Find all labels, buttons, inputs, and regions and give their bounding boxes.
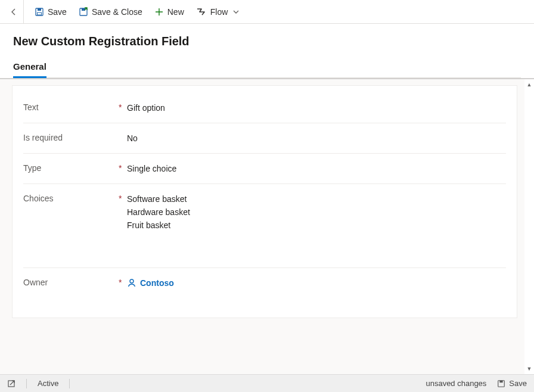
popout-button[interactable]	[7, 379, 15, 388]
field-choices[interactable]: Choices * Software basket Hardware baske…	[23, 184, 506, 268]
field-is-required-value[interactable]: No	[127, 132, 506, 145]
required-indicator: *	[119, 162, 127, 173]
new-label: New	[167, 7, 184, 17]
status-unsaved: unsaved changes	[426, 379, 486, 388]
save-icon	[35, 7, 44, 17]
status-save-button[interactable]: Save	[497, 379, 527, 388]
command-bar: Save Save & Close New Flow	[0, 0, 534, 24]
chevron-down-icon	[232, 8, 240, 15]
vertical-scrollbar[interactable]: ▲ ▼	[524, 79, 534, 374]
page-title: New Custom Registration Field	[13, 35, 521, 48]
choice-item: Hardware basket	[127, 206, 506, 219]
required-indicator: *	[119, 192, 127, 203]
save-button[interactable]: Save	[33, 5, 68, 19]
save-icon	[497, 379, 505, 388]
field-owner[interactable]: Owner * Contoso	[23, 268, 506, 300]
flow-icon	[196, 7, 207, 17]
field-choices-label: Choices	[23, 192, 119, 203]
field-owner-label: Owner	[23, 276, 119, 287]
save-label: Save	[48, 7, 67, 17]
status-save-label: Save	[509, 379, 527, 388]
form-header: New Custom Registration Field General	[0, 24, 534, 78]
form-card: Text * Gift option Is required No Type *…	[12, 85, 517, 318]
svg-point-5	[130, 279, 134, 283]
status-bar: Active unsaved changes Save	[0, 374, 534, 392]
flow-label: Flow	[210, 7, 228, 17]
owner-lookup[interactable]: Contoso	[127, 276, 174, 290]
svg-rect-8	[500, 380, 503, 382]
person-icon	[127, 278, 136, 288]
svg-rect-2	[38, 13, 42, 15]
field-type-value[interactable]: Single choice	[127, 162, 506, 175]
choice-item: Software basket	[127, 192, 506, 206]
owner-name: Contoso	[140, 276, 174, 290]
save-close-label: Save & Close	[92, 7, 142, 17]
field-is-required[interactable]: Is required No	[23, 123, 506, 154]
required-indicator: *	[119, 276, 127, 287]
tab-list: General	[13, 58, 521, 78]
scroll-down-icon[interactable]: ▼	[527, 366, 532, 372]
separator	[69, 379, 70, 388]
plus-icon	[154, 7, 164, 17]
separator	[26, 379, 27, 388]
back-button[interactable]	[4, 0, 24, 24]
flow-button[interactable]: Flow	[195, 5, 241, 19]
scroll-up-icon[interactable]: ▲	[527, 82, 532, 88]
new-button[interactable]: New	[153, 5, 185, 19]
tab-general[interactable]: General	[13, 58, 46, 77]
field-text-value[interactable]: Gift option	[127, 101, 506, 114]
form-body: Text * Gift option Is required No Type *…	[0, 78, 534, 374]
save-close-icon	[79, 7, 88, 17]
field-type[interactable]: Type * Single choice	[23, 154, 506, 184]
required-indicator	[119, 132, 127, 133]
required-indicator: *	[119, 101, 127, 112]
field-type-label: Type	[23, 162, 119, 173]
form-scroll[interactable]: Text * Gift option Is required No Type *…	[0, 79, 524, 374]
field-text[interactable]: Text * Gift option	[23, 93, 506, 123]
save-close-button[interactable]: Save & Close	[77, 5, 144, 19]
back-arrow-icon	[9, 7, 18, 17]
field-choices-value[interactable]: Software basket Hardware basket Fruit ba…	[127, 192, 506, 232]
choice-item: Fruit basket	[127, 219, 506, 232]
field-is-required-label: Is required	[23, 132, 119, 142]
svg-rect-1	[38, 8, 41, 11]
field-text-label: Text	[23, 101, 119, 112]
status-state: Active	[38, 379, 58, 388]
popout-icon	[7, 379, 15, 388]
